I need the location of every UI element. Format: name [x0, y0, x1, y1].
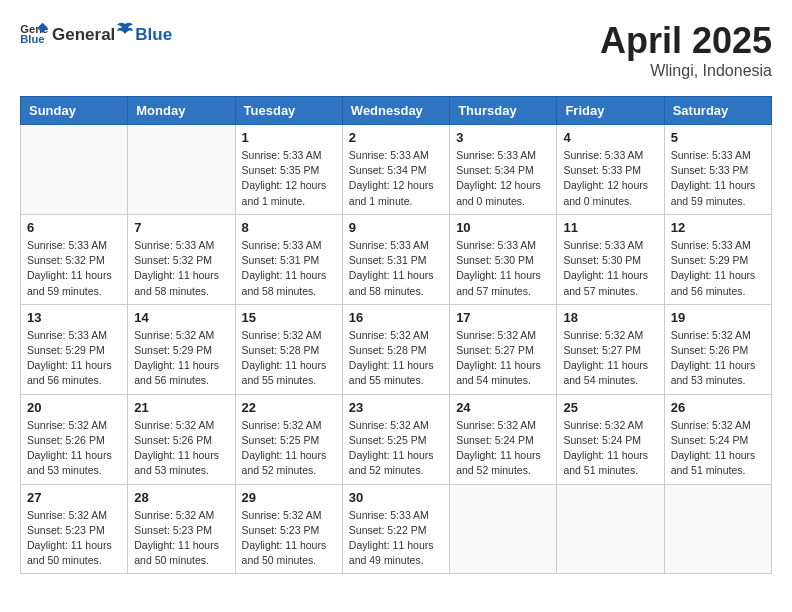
calendar-cell: 7Sunrise: 5:33 AM Sunset: 5:32 PM Daylig…: [128, 214, 235, 304]
calendar-cell: [664, 484, 771, 574]
calendar-cell: 30Sunrise: 5:33 AM Sunset: 5:22 PM Dayli…: [342, 484, 449, 574]
day-info: Sunrise: 5:32 AM Sunset: 5:26 PM Dayligh…: [27, 418, 121, 479]
day-number: 12: [671, 220, 765, 235]
day-info: Sunrise: 5:33 AM Sunset: 5:31 PM Dayligh…: [349, 238, 443, 299]
weekday-header-wednesday: Wednesday: [342, 97, 449, 125]
calendar-location: Wlingi, Indonesia: [600, 62, 772, 80]
svg-text:Blue: Blue: [20, 33, 44, 45]
calendar-cell: 19Sunrise: 5:32 AM Sunset: 5:26 PM Dayli…: [664, 304, 771, 394]
day-number: 15: [242, 310, 336, 325]
calendar-cell: 4Sunrise: 5:33 AM Sunset: 5:33 PM Daylig…: [557, 125, 664, 215]
calendar-cell: 11Sunrise: 5:33 AM Sunset: 5:30 PM Dayli…: [557, 214, 664, 304]
week-row-5: 27Sunrise: 5:32 AM Sunset: 5:23 PM Dayli…: [21, 484, 772, 574]
calendar-cell: [128, 125, 235, 215]
calendar-cell: 26Sunrise: 5:32 AM Sunset: 5:24 PM Dayli…: [664, 394, 771, 484]
week-row-4: 20Sunrise: 5:32 AM Sunset: 5:26 PM Dayli…: [21, 394, 772, 484]
day-info: Sunrise: 5:32 AM Sunset: 5:23 PM Dayligh…: [27, 508, 121, 569]
page-header: General Blue General Blue April 2025 Wli…: [20, 20, 772, 80]
weekday-header-tuesday: Tuesday: [235, 97, 342, 125]
day-number: 13: [27, 310, 121, 325]
day-number: 6: [27, 220, 121, 235]
calendar-cell: 14Sunrise: 5:32 AM Sunset: 5:29 PM Dayli…: [128, 304, 235, 394]
day-info: Sunrise: 5:33 AM Sunset: 5:29 PM Dayligh…: [27, 328, 121, 389]
weekday-header-thursday: Thursday: [450, 97, 557, 125]
day-number: 24: [456, 400, 550, 415]
day-info: Sunrise: 5:32 AM Sunset: 5:23 PM Dayligh…: [134, 508, 228, 569]
day-number: 18: [563, 310, 657, 325]
day-info: Sunrise: 5:33 AM Sunset: 5:32 PM Dayligh…: [134, 238, 228, 299]
day-number: 17: [456, 310, 550, 325]
week-row-1: 1Sunrise: 5:33 AM Sunset: 5:35 PM Daylig…: [21, 125, 772, 215]
day-info: Sunrise: 5:33 AM Sunset: 5:33 PM Dayligh…: [563, 148, 657, 209]
day-number: 2: [349, 130, 443, 145]
day-number: 21: [134, 400, 228, 415]
day-number: 29: [242, 490, 336, 505]
calendar-table: SundayMondayTuesdayWednesdayThursdayFrid…: [20, 96, 772, 574]
calendar-cell: 17Sunrise: 5:32 AM Sunset: 5:27 PM Dayli…: [450, 304, 557, 394]
day-number: 25: [563, 400, 657, 415]
calendar-cell: 9Sunrise: 5:33 AM Sunset: 5:31 PM Daylig…: [342, 214, 449, 304]
day-info: Sunrise: 5:33 AM Sunset: 5:31 PM Dayligh…: [242, 238, 336, 299]
day-number: 19: [671, 310, 765, 325]
day-number: 8: [242, 220, 336, 235]
day-number: 7: [134, 220, 228, 235]
calendar-cell: [21, 125, 128, 215]
calendar-cell: [450, 484, 557, 574]
logo-blue-text: Blue: [135, 25, 172, 45]
day-info: Sunrise: 5:32 AM Sunset: 5:24 PM Dayligh…: [563, 418, 657, 479]
day-info: Sunrise: 5:32 AM Sunset: 5:28 PM Dayligh…: [349, 328, 443, 389]
day-number: 26: [671, 400, 765, 415]
day-info: Sunrise: 5:32 AM Sunset: 5:24 PM Dayligh…: [671, 418, 765, 479]
calendar-cell: [557, 484, 664, 574]
day-number: 14: [134, 310, 228, 325]
calendar-cell: 1Sunrise: 5:33 AM Sunset: 5:35 PM Daylig…: [235, 125, 342, 215]
weekday-header-friday: Friday: [557, 97, 664, 125]
calendar-cell: 28Sunrise: 5:32 AM Sunset: 5:23 PM Dayli…: [128, 484, 235, 574]
calendar-cell: 15Sunrise: 5:32 AM Sunset: 5:28 PM Dayli…: [235, 304, 342, 394]
day-number: 11: [563, 220, 657, 235]
day-number: 20: [27, 400, 121, 415]
day-info: Sunrise: 5:33 AM Sunset: 5:30 PM Dayligh…: [563, 238, 657, 299]
day-info: Sunrise: 5:33 AM Sunset: 5:29 PM Dayligh…: [671, 238, 765, 299]
day-info: Sunrise: 5:33 AM Sunset: 5:34 PM Dayligh…: [456, 148, 550, 209]
logo-bird-icon: [116, 20, 134, 40]
logo-icon: General Blue: [20, 21, 48, 45]
day-info: Sunrise: 5:32 AM Sunset: 5:27 PM Dayligh…: [456, 328, 550, 389]
day-number: 1: [242, 130, 336, 145]
day-info: Sunrise: 5:33 AM Sunset: 5:35 PM Dayligh…: [242, 148, 336, 209]
day-number: 4: [563, 130, 657, 145]
calendar-cell: 16Sunrise: 5:32 AM Sunset: 5:28 PM Dayli…: [342, 304, 449, 394]
day-info: Sunrise: 5:32 AM Sunset: 5:28 PM Dayligh…: [242, 328, 336, 389]
day-info: Sunrise: 5:32 AM Sunset: 5:26 PM Dayligh…: [671, 328, 765, 389]
day-info: Sunrise: 5:32 AM Sunset: 5:26 PM Dayligh…: [134, 418, 228, 479]
calendar-cell: 20Sunrise: 5:32 AM Sunset: 5:26 PM Dayli…: [21, 394, 128, 484]
calendar-cell: 10Sunrise: 5:33 AM Sunset: 5:30 PM Dayli…: [450, 214, 557, 304]
calendar-cell: 29Sunrise: 5:32 AM Sunset: 5:23 PM Dayli…: [235, 484, 342, 574]
calendar-cell: 2Sunrise: 5:33 AM Sunset: 5:34 PM Daylig…: [342, 125, 449, 215]
calendar-cell: 5Sunrise: 5:33 AM Sunset: 5:33 PM Daylig…: [664, 125, 771, 215]
weekday-header-row: SundayMondayTuesdayWednesdayThursdayFrid…: [21, 97, 772, 125]
calendar-title: April 2025: [600, 20, 772, 62]
calendar-cell: 8Sunrise: 5:33 AM Sunset: 5:31 PM Daylig…: [235, 214, 342, 304]
calendar-cell: 18Sunrise: 5:32 AM Sunset: 5:27 PM Dayli…: [557, 304, 664, 394]
day-number: 10: [456, 220, 550, 235]
week-row-3: 13Sunrise: 5:33 AM Sunset: 5:29 PM Dayli…: [21, 304, 772, 394]
calendar-cell: 23Sunrise: 5:32 AM Sunset: 5:25 PM Dayli…: [342, 394, 449, 484]
day-number: 16: [349, 310, 443, 325]
weekday-header-saturday: Saturday: [664, 97, 771, 125]
day-info: Sunrise: 5:32 AM Sunset: 5:25 PM Dayligh…: [242, 418, 336, 479]
day-number: 3: [456, 130, 550, 145]
day-info: Sunrise: 5:33 AM Sunset: 5:34 PM Dayligh…: [349, 148, 443, 209]
calendar-cell: 25Sunrise: 5:32 AM Sunset: 5:24 PM Dayli…: [557, 394, 664, 484]
day-number: 9: [349, 220, 443, 235]
calendar-cell: 3Sunrise: 5:33 AM Sunset: 5:34 PM Daylig…: [450, 125, 557, 215]
day-number: 28: [134, 490, 228, 505]
day-info: Sunrise: 5:33 AM Sunset: 5:33 PM Dayligh…: [671, 148, 765, 209]
week-row-2: 6Sunrise: 5:33 AM Sunset: 5:32 PM Daylig…: [21, 214, 772, 304]
logo: General Blue General Blue: [20, 20, 172, 45]
day-number: 27: [27, 490, 121, 505]
logo-general-text: General: [52, 25, 115, 45]
calendar-cell: 22Sunrise: 5:32 AM Sunset: 5:25 PM Dayli…: [235, 394, 342, 484]
day-info: Sunrise: 5:32 AM Sunset: 5:23 PM Dayligh…: [242, 508, 336, 569]
day-info: Sunrise: 5:33 AM Sunset: 5:32 PM Dayligh…: [27, 238, 121, 299]
